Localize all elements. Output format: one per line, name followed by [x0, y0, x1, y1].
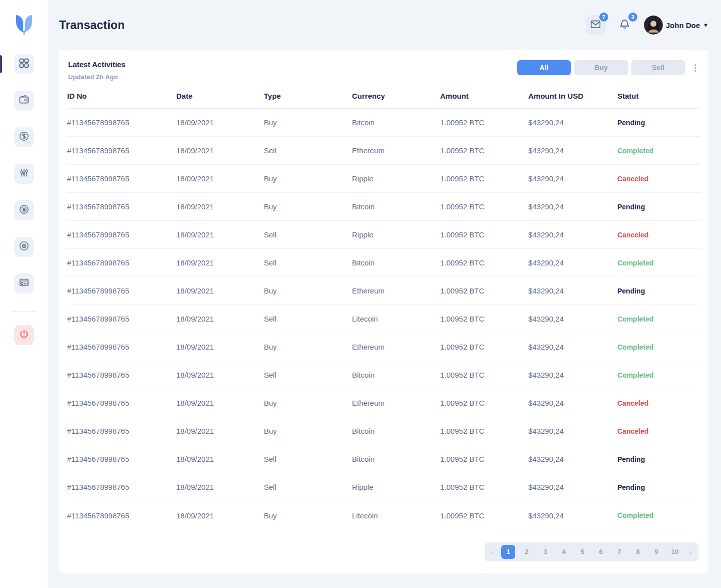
sidebar-item-coin[interactable] — [14, 200, 34, 220]
pagination-next-icon[interactable]: › — [686, 545, 694, 559]
table-row: #1134567899876518/09/2021SellBitcoin1.00… — [67, 249, 700, 277]
notifications-badge: 3 — [628, 13, 637, 22]
filter-all-button[interactable]: All — [517, 60, 571, 75]
cell-status: Canceled — [617, 175, 700, 183]
cell-amount: 1.00952 BTC — [440, 343, 528, 351]
cell-status: Completed — [617, 371, 700, 379]
cell-date: 18/09/2021 — [176, 118, 264, 127]
cell-date: 18/09/2021 — [176, 371, 264, 379]
logout-button[interactable] — [14, 325, 34, 345]
table-header-row: ID NoDateTypeCurrencyAmountAmount In USD… — [67, 84, 700, 109]
wallet-icon — [19, 95, 29, 107]
cell-date: 18/09/2021 — [176, 174, 264, 183]
cell-id: #11345678998765 — [67, 202, 176, 211]
cell-amount: 1.00952 BTC — [440, 315, 528, 323]
column-header: Amount — [440, 92, 528, 100]
user-menu[interactable]: John Doe ▼ — [644, 16, 708, 35]
sidebar-item-market[interactable] — [14, 164, 34, 184]
sidebar-item-target[interactable] — [14, 237, 34, 257]
cell-usd: $43290,24 — [528, 371, 617, 379]
cell-id: #11345678998765 — [67, 483, 176, 491]
pagination-page-4[interactable]: 4 — [557, 545, 571, 559]
cell-id: #11345678998765 — [67, 315, 176, 323]
sidebar-item-wallet[interactable] — [14, 91, 34, 111]
sidebar-item-dashboard[interactable] — [14, 54, 34, 74]
cell-id: #11345678998765 — [67, 399, 176, 407]
filter-sell-button[interactable]: Sell — [631, 60, 685, 75]
cell-status: Pending — [617, 455, 700, 463]
table-row: #1134567899876518/09/2021BuyRipple1.0095… — [67, 165, 700, 193]
cell-id: #11345678998765 — [67, 258, 176, 267]
pagination-page-2[interactable]: 2 — [520, 545, 534, 559]
table-row: #1134567899876518/09/2021BuyBitcoin1.009… — [67, 417, 700, 445]
active-indicator — [0, 55, 2, 73]
cell-type: Sell — [264, 371, 352, 379]
cell-type: Buy — [264, 202, 352, 211]
mail-icon — [590, 19, 601, 31]
cell-date: 18/09/2021 — [176, 315, 264, 323]
pagination-page-7[interactable]: 7 — [612, 545, 626, 559]
cell-currency: Bitcoin — [352, 455, 440, 463]
cell-id: #11345678998765 — [67, 146, 176, 155]
pagination-page-9[interactable]: 9 — [649, 545, 663, 559]
table-row: #1134567899876518/09/2021SellLitecoin1.0… — [67, 305, 700, 333]
cell-date: 18/09/2021 — [176, 146, 264, 155]
pagination: ‹12345678910› — [485, 542, 698, 561]
cell-status: Pending — [617, 119, 700, 127]
pagination-prev-icon[interactable]: ‹ — [489, 545, 497, 559]
cell-amount: 1.00952 BTC — [440, 483, 528, 491]
cell-id: #11345678998765 — [67, 511, 176, 520]
more-options-icon[interactable]: ⋮ — [691, 64, 699, 72]
disc-icon — [19, 241, 29, 253]
column-header: Type — [264, 92, 352, 100]
cell-usd: $43290,24 — [528, 174, 617, 183]
table-row: #1134567899876518/09/2021BuyEthereum1.00… — [67, 277, 700, 305]
cell-usd: $43290,24 — [528, 511, 617, 520]
cell-type: Sell — [264, 146, 352, 155]
cell-amount: 1.00952 BTC — [440, 455, 528, 463]
cell-date: 18/09/2021 — [176, 455, 264, 463]
table-row: #1134567899876518/09/2021BuyEthereum1.00… — [67, 389, 700, 417]
mail-button[interactable]: 7 — [586, 15, 606, 35]
cell-date: 18/09/2021 — [176, 511, 264, 520]
sidebar — [0, 0, 48, 588]
cell-amount: 1.00952 BTC — [440, 118, 528, 127]
cell-usd: $43290,24 — [528, 286, 617, 295]
cell-id: #11345678998765 — [67, 455, 176, 463]
coin-icon — [19, 204, 29, 216]
column-header: Amount In USD — [528, 92, 617, 100]
notifications-button[interactable]: 3 — [615, 15, 635, 35]
pagination-page-10[interactable]: 10 — [668, 545, 682, 559]
sidebar-item-money[interactable] — [14, 127, 34, 147]
cell-type: Buy — [264, 286, 352, 295]
cell-status: Completed — [617, 315, 700, 323]
cell-type: Buy — [264, 174, 352, 183]
filter-buy-button[interactable]: Buy — [574, 60, 628, 75]
cell-amount: 1.00952 BTC — [440, 511, 528, 520]
pagination-page-8[interactable]: 8 — [631, 545, 645, 559]
pagination-page-6[interactable]: 6 — [594, 545, 608, 559]
cell-amount: 1.00952 BTC — [440, 146, 528, 155]
cell-usd: $43290,24 — [528, 230, 617, 239]
cell-status: Completed — [617, 259, 700, 267]
transactions-table: ID NoDateTypeCurrencyAmountAmount In USD… — [67, 84, 700, 529]
pagination-page-5[interactable]: 5 — [575, 545, 589, 559]
cell-status: Pending — [617, 287, 700, 295]
sidebar-item-report[interactable] — [14, 273, 34, 293]
cell-date: 18/09/2021 — [176, 202, 264, 211]
pagination-page-1[interactable]: 1 — [501, 545, 515, 559]
cell-date: 18/09/2021 — [176, 343, 264, 351]
table-row: #1134567899876518/09/2021BuyLitecoin1.00… — [67, 501, 700, 529]
cell-type: Sell — [264, 455, 352, 463]
cell-currency: Bitcoin — [352, 427, 440, 435]
column-header: Currency — [352, 92, 440, 100]
cell-usd: $43290,24 — [528, 343, 617, 351]
cell-status: Canceled — [617, 427, 700, 435]
sidebar-nav — [14, 54, 34, 310]
pagination-page-3[interactable]: 3 — [538, 545, 552, 559]
cell-currency: Bitcoin — [352, 202, 440, 211]
column-header: ID No — [67, 92, 176, 100]
table-row: #1134567899876518/09/2021BuyBitcoin1.009… — [67, 109, 700, 137]
cell-usd: $43290,24 — [528, 455, 617, 463]
latest-activities-card: Latest Activities Updated 2h Ago AllBuyS… — [59, 50, 708, 573]
